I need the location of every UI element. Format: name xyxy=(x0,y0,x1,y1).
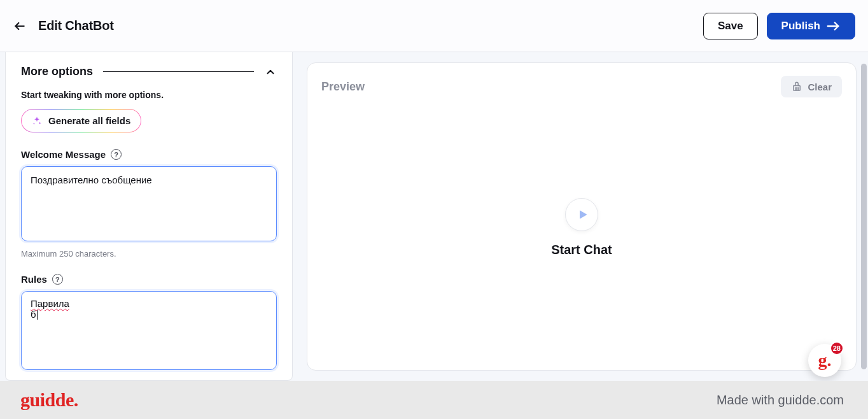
broom-icon xyxy=(791,81,802,92)
preview-title: Preview xyxy=(321,80,365,94)
help-icon[interactable]: ? xyxy=(111,149,122,160)
welcome-label: Welcome Message xyxy=(21,149,106,160)
options-panel: More options Start tweaking with more op… xyxy=(5,52,293,381)
chevron-up-icon[interactable] xyxy=(264,66,277,78)
section-divider xyxy=(103,71,254,73)
generate-button-label: Generate all fields xyxy=(48,115,130,126)
rules-label: Rules xyxy=(21,274,47,285)
header-actions: Save Publish xyxy=(703,13,855,39)
rules-label-row: Rules ? xyxy=(21,274,277,285)
guidde-g-icon: g. xyxy=(818,350,832,371)
rules-line2: б xyxy=(31,309,36,320)
section-title: More options xyxy=(21,65,93,78)
welcome-helper-text: Maximum 250 characters. xyxy=(21,249,277,259)
clear-button[interactable]: Clear xyxy=(781,76,842,97)
preview-center: Start Chat xyxy=(321,97,842,357)
sparkle-icon xyxy=(32,116,42,126)
text-caret xyxy=(37,310,38,320)
publish-button-label: Publish xyxy=(781,20,820,32)
help-icon[interactable]: ? xyxy=(52,274,63,285)
preview-header: Preview Clear xyxy=(321,76,842,97)
rules-line1: Парвила xyxy=(31,298,69,309)
clear-button-label: Clear xyxy=(808,82,832,92)
footer-watermark: guidde. Made with guidde.com xyxy=(0,381,868,419)
section-header: More options xyxy=(21,65,277,78)
welcome-message-textarea[interactable] xyxy=(21,166,277,241)
play-icon xyxy=(577,208,589,221)
play-button[interactable] xyxy=(565,198,598,231)
rules-textarea[interactable]: Парвила б xyxy=(21,291,277,370)
page-title: Edit ChatBot xyxy=(38,18,114,33)
made-with-text: Made with guidde.com xyxy=(717,393,844,408)
save-button[interactable]: Save xyxy=(703,13,758,39)
guidde-logo: guidde. xyxy=(20,389,78,411)
generate-all-fields-button[interactable]: Generate all fields xyxy=(21,109,141,132)
preview-card: Preview Clear Start Chat xyxy=(307,62,857,371)
scrollbar[interactable] xyxy=(861,64,867,369)
header-left: Edit ChatBot xyxy=(13,18,114,33)
section-description: Start tweaking with more options. xyxy=(21,90,277,100)
preview-area: Preview Clear Start Chat xyxy=(293,52,868,381)
guidde-float-badge[interactable]: g. 28 xyxy=(808,344,841,377)
main-area: More options Start tweaking with more op… xyxy=(0,52,868,381)
welcome-label-row: Welcome Message ? xyxy=(21,149,277,160)
header-bar: Edit ChatBot Save Publish xyxy=(0,0,868,52)
svg-marker-6 xyxy=(580,210,587,218)
publish-button[interactable]: Publish xyxy=(767,13,855,39)
arrow-right-icon xyxy=(827,22,841,31)
back-arrow-icon[interactable] xyxy=(13,19,27,33)
start-chat-label: Start Chat xyxy=(551,243,612,257)
notification-count: 28 xyxy=(830,341,844,355)
